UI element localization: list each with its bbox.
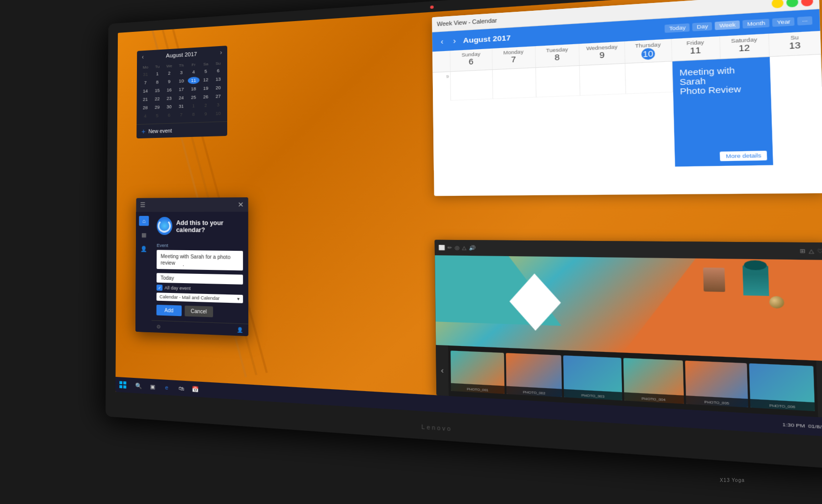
maximize-button[interactable] [786,0,798,7]
cal-time-9: 9 [432,72,451,101]
photo-tool-icon-3[interactable]: ◎ [454,245,459,250]
cal-today-btn[interactable]: Today [664,23,689,32]
minimize-button[interactable] [771,0,784,8]
hamburger-icon[interactable]: ☰ [140,201,145,208]
taskview-icon[interactable]: ▣ [146,379,159,394]
cal-day-thu: Thursday10 [625,39,672,63]
photo-thumb-2[interactable]: PHOTO_002 [506,353,562,397]
taskbar-system-tray: 1:30 PM 01/8/2020 [782,421,822,430]
settings-icon[interactable]: ⚙ [156,323,160,329]
cal-day-mon: Monday7 [492,46,535,69]
cal-cell-4[interactable] [580,63,626,95]
cal-year-btn[interactable]: Year [772,17,795,27]
cortana-footer-spacer [162,327,234,330]
laptop-bezel: ‹ August 2017 › Mo Tu We Th Fr Sa Su [106,0,822,470]
photo-thumb-1[interactable]: PHOTO_001 [451,350,504,394]
cortana-popup: ☰ ✕ ⌂ ▦ 👤 Add this to your cale [135,197,248,336]
screen-wrapper: ‹ August 2017 › Mo Tu We Th Fr Sa Su [106,0,822,470]
close-button[interactable] [801,0,813,6]
photo-thumb-label-1: PHOTO_001 [451,386,504,393]
laptop-container: ‹ August 2017 › Mo Tu We Th Fr Sa Su [68,12,755,493]
cortana-close-button[interactable]: ✕ [238,200,244,209]
photo-prev-button[interactable]: ‹ [436,345,449,396]
cortana-allday-label: All day event [164,285,190,291]
new-event-label: New event [148,128,172,134]
cal-day-sat: Saturday12 [719,33,769,58]
photo-thumb-5[interactable]: PHOTO_005 [685,360,748,407]
photo-grid-icon[interactable]: ⊞ [799,248,806,254]
photo-main: ‹ PHOTO_001 PHOTO_002 PHOTO_003 [435,255,822,418]
cortana-sidebar: ⌂ ▦ 👤 [135,212,152,332]
photo-thumb-label-5: PHOTO_005 [686,399,748,406]
store-icon[interactable]: 🛍 [174,381,187,395]
more-details-button[interactable]: More details [720,151,767,161]
mini-cal-prev[interactable]: ‹ [142,53,144,60]
photo-thumb-4[interactable]: PHOTO_004 [623,358,684,404]
cortana-add-button[interactable]: Add [156,304,181,316]
cal-more-btn[interactable]: ··· [797,16,812,26]
lenovo-bezel-logo: Lenovo [421,424,452,432]
model-label: X13 Yoga [720,477,745,483]
cortana-header: ☰ ✕ [136,197,248,212]
search-taskbar-icon[interactable]: 🔍 [132,378,145,392]
add-icon: + [141,127,145,135]
3d-cylinder-teal [742,265,769,296]
cortana-logo [157,216,172,235]
add-new-event-row[interactable]: + New event [136,121,227,138]
cal-view-buttons: Today Day Week Month Year ··· [664,16,812,33]
cortana-calendar-label: Calendar - Mail and Calendar [159,294,219,301]
3d-ball [769,296,784,309]
start-button[interactable] [115,376,130,393]
photo-tool-icon-2[interactable]: ✏ [447,245,452,250]
calendar-event[interactable]: Meeting with Sarah Photo Review More det… [672,56,773,166]
photo-window: ⬜ ✏ ◎ △ 🔊 ⊞ △ ♡ [434,239,822,418]
cal-time-spacer [432,51,451,72]
cortana-calendar-icon[interactable]: ▦ [139,230,149,239]
cal-cell-3[interactable] [535,66,580,97]
cortana-calendar-select[interactable]: Calendar - Mail and Calendar ▾ [156,292,242,303]
cal-cell-5[interactable] [625,61,673,94]
cortana-user-icon[interactable]: 👤 [237,327,243,333]
photo-thumb-label-4: PHOTO_004 [624,396,684,402]
cortana-ring [158,219,171,233]
photo-thumb-label-2: PHOTO_002 [506,389,562,396]
photo-thumb-label-3: PHOTO_003 [564,392,622,399]
cal-week-btn[interactable]: Week [715,20,740,30]
cal-day-fri: Friday11 [671,36,720,60]
cortana-cancel-button[interactable]: Cancel [185,305,213,317]
taskbar-date: 01/8/2020 [808,423,822,430]
cortana-date-input[interactable]: Today [156,273,242,285]
calendar-taskbar-icon[interactable]: 📅 [188,382,202,396]
cortana-select-chevron: ▾ [237,296,239,301]
cal-day-btn[interactable]: Day [692,22,713,31]
svg-rect-1 [123,381,126,384]
photo-thumb-3[interactable]: PHOTO_003 [563,355,622,400]
cortana-allday-row: All day event [156,284,242,292]
cal-prev-btn[interactable]: ‹ [438,36,446,47]
cortana-people-icon[interactable]: 👤 [138,243,148,254]
cal-month-btn[interactable]: Month [742,19,769,28]
cortana-event-input[interactable]: Meeting with Sarah for a photo review [157,250,243,270]
edge-icon[interactable]: e [160,380,173,395]
cal-next-btn[interactable]: › [451,35,458,46]
mini-cal-next[interactable]: › [220,49,222,56]
cal-day-sun2: Su13 [769,30,821,56]
cortana-allday-checkbox[interactable] [156,284,162,291]
cal-cell-2[interactable] [492,68,536,99]
svg-rect-2 [119,385,122,388]
photo-thumb-6[interactable]: PHOTO_006 [749,363,815,411]
photo-heart-icon[interactable]: ♡ [817,248,822,254]
photo-tool-icon-5[interactable]: 🔊 [469,245,476,250]
calendar-window: Week View - Calendar ‹ › August 2017 Tod… [432,0,822,196]
cortana-event-label: Event [157,242,243,248]
photo-share-icon[interactable]: △ [808,248,814,254]
cal-cell-6[interactable] [769,54,822,89]
cylinder-top [743,260,767,270]
photo-tool-icon-4[interactable]: △ [462,245,466,250]
cortana-home-icon[interactable]: ⌂ [139,215,149,225]
event-title: Meeting with Sarah [679,64,763,87]
photo-tool-icon-1[interactable]: ⬜ [438,244,445,250]
cal-cell-1[interactable] [451,70,493,101]
webcam [430,5,433,9]
window-controls [771,0,813,8]
